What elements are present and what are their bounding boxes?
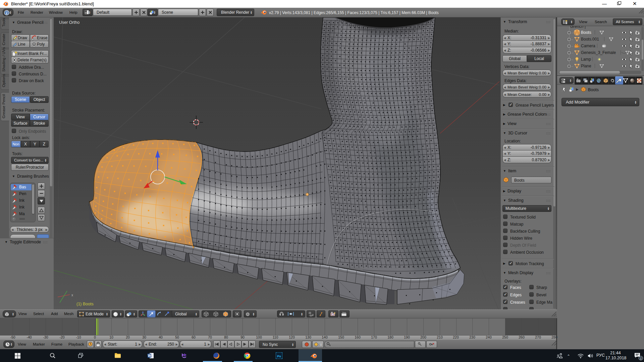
svg-text:W: W: [148, 354, 151, 358]
svg-text:User Ortho: User Ortho: [59, 20, 79, 25]
svg-text:(1) Boots: (1) Boots: [76, 302, 94, 306]
svg-text:x: x: [71, 293, 73, 297]
svg-text:Ps: Ps: [277, 354, 281, 358]
